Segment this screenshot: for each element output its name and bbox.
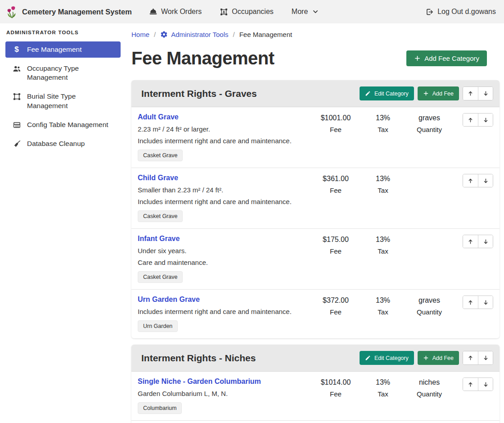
fee-type-badge: Columbarium [138,402,182,414]
move-fee-down-button[interactable] [478,114,493,126]
fee-reorder-group [463,174,493,187]
users-icon [12,64,22,73]
breadcrumb-home-link[interactable]: Home [131,31,149,38]
main-content: Home / Administrator Tools / Fee Managem… [126,23,504,423]
category-reorder-group [463,86,493,100]
fee-category-card: Interment Rights - Niches Edit Category … [131,345,500,423]
fee-amount-column: $372.00 Fee [309,296,363,316]
nav-work-orders-label: Work Orders [161,8,202,16]
plus-icon [423,355,429,361]
move-fee-up-button[interactable] [463,174,478,187]
move-fee-down-button[interactable] [478,174,493,187]
fee-type-badge: Urn Garden [138,320,178,332]
nav-more-label: More [292,8,308,16]
move-category-up-button[interactable] [463,87,478,100]
dollar-icon: $ [12,45,22,53]
sidebar-nav: $ Fee Management Occupancy Type Manageme… [6,41,121,152]
breadcrumb-home-label: Home [131,31,149,38]
breadcrumb: Home / Administrator Tools / Fee Managem… [131,31,500,38]
quantity-column: niches Quantity [403,378,455,398]
pencil-icon [365,355,371,361]
edit-category-button[interactable]: Edit Category [360,351,414,365]
quantity-label: Quantity [403,308,455,316]
fee-amount-value: $361.00 [309,175,363,183]
arrow-up-icon [468,300,473,305]
occupancy-frame-icon [220,8,228,16]
move-fee-down-button[interactable] [478,296,493,309]
add-fee-category-button[interactable]: Add Fee Category [406,50,487,66]
category-reorder-group [463,351,493,365]
add-fee-button[interactable]: Add Fee [418,86,459,100]
fee-amount-value: $175.00 [309,236,363,244]
tax-label: Tax [363,247,403,255]
add-fee-button[interactable]: Add Fee [418,351,459,365]
fee-row: Infant Grave Under six years. Care and m… [131,228,500,289]
nav-occupancies[interactable]: Occupancies [220,8,274,16]
logout-label: Log Out d.gowans [437,8,496,16]
fee-description: Includes interment right and care and ma… [138,308,309,315]
fee-amount-value: $372.00 [309,296,363,305]
admin-sidebar: ADMINISTRATOR TOOLS $ Fee Management Occ… [0,23,126,423]
fee-description: Care and maintenance. [138,259,309,266]
move-category-down-button[interactable] [478,87,493,100]
tax-column: 13% Tax [363,378,403,398]
move-category-down-button[interactable] [478,351,493,364]
nav-more[interactable]: More [292,8,319,16]
fee-amount-label: Fee [309,247,363,255]
fee-name-link[interactable]: Urn Garden Grave [138,296,200,304]
tax-value: 13% [363,175,403,183]
fee-reorder-group [463,235,493,248]
move-fee-down-button[interactable] [478,378,493,391]
move-category-up-button[interactable] [463,351,478,364]
arrow-down-icon [483,300,489,305]
quantity-column [403,174,455,175]
pencil-icon [365,91,371,96]
fee-row: Child Grave Smaller than 2.23 m² / 24 ft… [131,168,500,228]
fee-name-link[interactable]: Single Niche - Garden Columbarium [138,378,261,386]
fee-row: Companion Niche - Garden Columbarium Gar… [131,420,500,423]
arrow-up-icon [468,382,473,387]
sidebar-item-config-table-management[interactable]: Config Table Management [5,117,121,133]
logout-link[interactable]: Log Out d.gowans [425,8,496,16]
fee-amount-value: $1014.00 [309,378,363,387]
breadcrumb-admin-tools-link[interactable]: Administrator Tools [160,31,228,38]
category-header: Interment Rights - Niches Edit Category … [131,345,500,372]
arrow-up-icon [468,239,473,245]
move-fee-down-button[interactable] [478,235,493,248]
table-icon [12,121,22,129]
move-fee-up-button[interactable] [463,114,478,126]
edit-category-button[interactable]: Edit Category [360,86,414,100]
fee-amount-value: $1001.00 [309,114,363,122]
fee-name-link[interactable]: Adult Grave [138,113,179,121]
arrow-down-icon [483,239,489,245]
sidebar-item-burial-site-type-management[interactable]: Burial Site Type Management [5,88,121,114]
arrow-down-icon [483,117,489,123]
fee-description: Smaller than 2.23 m² / 24 ft². [138,186,309,194]
sidebar-item-database-cleanup[interactable]: Database Cleanup [5,136,121,152]
nav-work-orders[interactable]: Work Orders [149,8,202,16]
quantity-column: graves Quantity [403,296,455,316]
fee-amount-label: Fee [309,308,363,316]
move-fee-up-button[interactable] [463,378,478,391]
arrow-down-icon [483,91,489,96]
move-fee-up-button[interactable] [463,235,478,248]
fee-name-link[interactable]: Infant Grave [138,235,180,243]
arrow-up-icon [468,178,473,184]
sidebar-item-fee-management[interactable]: $ Fee Management [5,41,121,58]
breadcrumb-current: Fee Management [239,31,292,38]
move-fee-up-button[interactable] [463,296,478,309]
tax-column: 13% Tax [363,113,403,133]
fee-amount-label: Fee [309,390,363,398]
category-body: Adult Grave 2.23 m² / 24 ft² or larger. … [131,107,500,338]
app-title: Cemetery Management System [22,8,132,16]
fee-reorder-group [463,378,493,391]
chevron-down-icon [312,9,319,15]
tax-label: Tax [363,390,403,398]
tax-value: 13% [363,378,403,387]
fee-name-link[interactable]: Child Grave [138,174,178,182]
sidebar-item-occupancy-type-management[interactable]: Occupancy Type Management [5,60,121,86]
sidebar-heading: ADMINISTRATOR TOOLS [6,30,121,35]
tax-label: Tax [363,126,403,133]
category-title: Interment Rights - Graves [141,88,257,99]
tax-value: 13% [363,236,403,244]
